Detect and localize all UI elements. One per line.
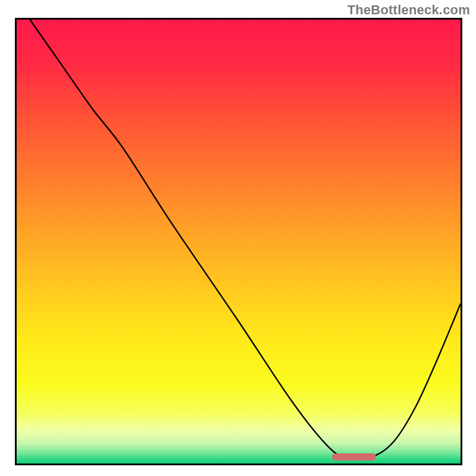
chart-container: TheBottleneck.com [0, 0, 476, 476]
optimal-zone-marker [332, 453, 377, 461]
bottleneck-curve [17, 20, 461, 464]
watermark-text: TheBottleneck.com [347, 2, 470, 18]
plot-area [17, 20, 461, 464]
plot-frame [15, 18, 462, 465]
